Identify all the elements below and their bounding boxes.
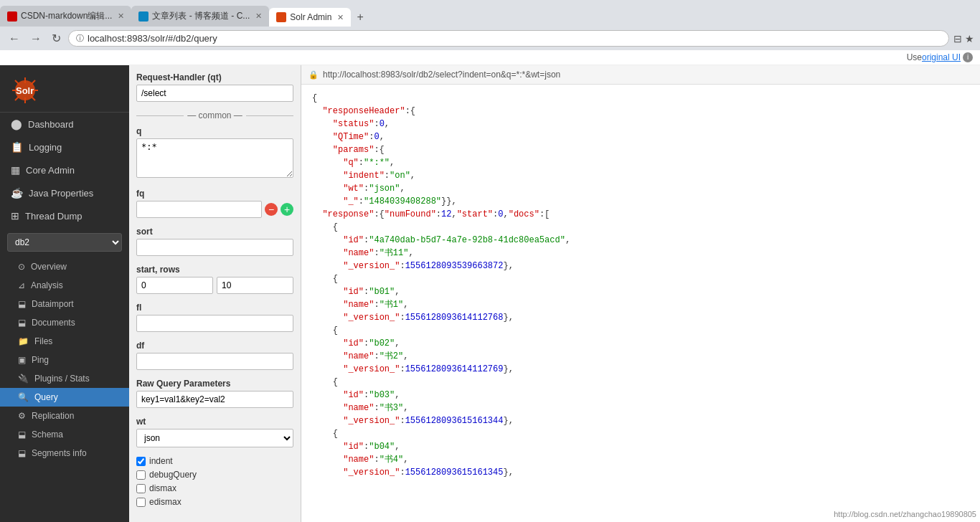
dismax-checkbox[interactable] bbox=[136, 484, 146, 493]
fq-input[interactable] bbox=[136, 201, 262, 218]
solr-logo-svg: Solr bbox=[11, 76, 39, 105]
fl-input[interactable] bbox=[136, 315, 293, 332]
debug-query-checkbox[interactable] bbox=[136, 470, 146, 480]
wt-select[interactable]: json xml csv python ruby php bbox=[136, 429, 293, 447]
q-label: q bbox=[136, 126, 293, 136]
bookmark-button[interactable]: ★ bbox=[965, 33, 974, 44]
query-form-panel: Request-Handler (qt) — common — q *:* fq… bbox=[129, 65, 301, 522]
sidebar-item-dashboard[interactable]: ⬤ Dashboard bbox=[0, 113, 129, 136]
sort-label: sort bbox=[136, 227, 293, 237]
forward-button[interactable]: → bbox=[27, 31, 44, 47]
sort-input[interactable] bbox=[136, 239, 293, 256]
divider-right bbox=[246, 115, 293, 116]
common-section-divider: — common — bbox=[136, 110, 293, 120]
svg-line-7 bbox=[31, 80, 35, 85]
start-rows-inputs bbox=[136, 277, 293, 294]
edismax-checkbox[interactable] bbox=[136, 498, 146, 507]
rows-input[interactable] bbox=[217, 277, 293, 294]
handler-group: Request-Handler (qt) bbox=[136, 72, 293, 102]
sidebar-item-segments-info[interactable]: ⬓ Segments info bbox=[0, 444, 129, 462]
sidebar-item-analysis[interactable]: ⊿ Analysis bbox=[0, 276, 129, 295]
sidebar-label-plugins-stats: Plugins / Stats bbox=[34, 374, 90, 384]
sidebar-item-documents[interactable]: ⬓ Documents bbox=[0, 313, 129, 332]
tab-solr-close[interactable]: ✕ bbox=[337, 13, 344, 22]
df-group: df bbox=[136, 341, 293, 370]
top-bar: Use original UI i bbox=[0, 50, 980, 65]
sidebar-item-plugins-stats[interactable]: 🔌 Plugins / Stats bbox=[0, 369, 129, 388]
df-input[interactable] bbox=[136, 353, 293, 370]
ping-icon: ▣ bbox=[18, 355, 26, 365]
files-icon: 📁 bbox=[18, 336, 29, 346]
fq-add-button[interactable]: + bbox=[281, 203, 293, 216]
sidebar-item-schema[interactable]: ⬓ Schema bbox=[0, 425, 129, 444]
sidebar-label-logging: Logging bbox=[29, 142, 62, 153]
tab-solr[interactable]: Solr Admin ✕ bbox=[269, 8, 351, 27]
sidebar-item-java-properties[interactable]: ☕ Java Properties bbox=[0, 181, 129, 204]
wt-label: wt bbox=[136, 417, 293, 427]
back-button[interactable]: ← bbox=[6, 31, 23, 47]
fq-group: fq − + bbox=[136, 189, 293, 218]
sidebar-item-query[interactable]: 🔍 Query bbox=[0, 388, 129, 407]
refresh-button[interactable]: ↻ bbox=[49, 30, 64, 47]
indent-checkbox[interactable] bbox=[136, 457, 146, 466]
start-input[interactable] bbox=[136, 277, 213, 294]
q-input[interactable]: *:* bbox=[136, 138, 293, 178]
sidebar-label-documents: Documents bbox=[32, 318, 75, 328]
sidebar-label-java-properties: Java Properties bbox=[29, 188, 93, 199]
solr-favicon bbox=[276, 12, 286, 22]
fq-row: − + bbox=[136, 201, 293, 218]
sidebar-item-dataimport[interactable]: ⬓ Dataimport bbox=[0, 295, 129, 313]
sidebar-logo: Solr bbox=[0, 65, 129, 113]
analysis-icon: ⊿ bbox=[18, 280, 25, 290]
start-rows-label: start, rows bbox=[136, 265, 293, 275]
url-box[interactable]: ⓘ localhost:8983/solr/#/db2/query bbox=[68, 30, 949, 47]
info-icon[interactable]: i bbox=[963, 52, 973, 62]
new-tab-button[interactable]: + bbox=[351, 8, 369, 27]
tab-csdn-close[interactable]: ✕ bbox=[118, 11, 124, 21]
original-ui-link[interactable]: original UI bbox=[922, 52, 961, 62]
sidebar-item-overview[interactable]: ⊙ Overview bbox=[0, 257, 129, 276]
dismax-label: dismax bbox=[149, 483, 176, 493]
sidebar-item-ping[interactable]: ▣ Ping bbox=[0, 351, 129, 369]
tab-blog-close[interactable]: ✕ bbox=[255, 11, 262, 21]
svg-line-6 bbox=[31, 96, 35, 100]
sidebar-label-analysis: Analysis bbox=[31, 280, 63, 290]
wt-group: wt json xml csv python ruby php bbox=[136, 417, 293, 447]
app-body: Solr ⬤ Dashboard 📋 Logging ▦ Core Admin … bbox=[0, 65, 980, 522]
sidebar-item-replication[interactable]: ⚙ Replication bbox=[0, 407, 129, 425]
sidebar-item-core-admin[interactable]: ▦ Core Admin bbox=[0, 158, 129, 181]
raw-query-group: Raw Query Parameters bbox=[136, 379, 293, 408]
sidebar-label-query: Query bbox=[34, 392, 58, 402]
fl-label: fl bbox=[136, 303, 293, 313]
thread-dump-icon: ⊞ bbox=[11, 210, 19, 222]
url-lock-icon: ⓘ bbox=[76, 33, 84, 44]
core-sub-items: ⊙ Overview ⊿ Analysis ⬓ Dataimport ⬓ Doc… bbox=[0, 257, 129, 462]
debug-query-label: debugQuery bbox=[149, 470, 197, 480]
sidebar-item-logging[interactable]: 📋 Logging bbox=[0, 136, 129, 158]
sidebar-label-thread-dump: Thread Dump bbox=[25, 211, 82, 222]
plugins-icon: 🔌 bbox=[18, 374, 29, 384]
fl-group: fl bbox=[136, 303, 293, 332]
svg-line-8 bbox=[15, 96, 19, 100]
sidebar-label-replication: Replication bbox=[32, 411, 74, 421]
sidebar-label-dataimport: Dataimport bbox=[32, 299, 74, 309]
schema-icon: ⬓ bbox=[18, 430, 26, 440]
segments-icon: ⬓ bbox=[18, 448, 26, 458]
result-panel: 🔒 http://localhost:8983/solr/db2/select?… bbox=[301, 65, 980, 522]
sidebar-item-files[interactable]: 📁 Files bbox=[0, 332, 129, 351]
cast-button[interactable]: ⊟ bbox=[953, 33, 962, 44]
tab-csdn[interactable]: CSDN-markdown编辑... ✕ bbox=[0, 6, 131, 27]
edismax-row: edismax bbox=[136, 497, 293, 507]
fq-remove-button[interactable]: − bbox=[265, 203, 278, 216]
sidebar-item-thread-dump[interactable]: ⊞ Thread Dump bbox=[0, 204, 129, 227]
debug-query-row: debugQuery bbox=[136, 470, 293, 480]
q-group: q *:* bbox=[136, 126, 293, 180]
raw-query-input[interactable] bbox=[136, 391, 293, 408]
handler-input[interactable] bbox=[136, 85, 293, 102]
core-select[interactable]: db2 bbox=[7, 233, 122, 252]
documents-icon: ⬓ bbox=[18, 318, 26, 328]
common-label: — common — bbox=[187, 110, 242, 120]
dismax-row: dismax bbox=[136, 483, 293, 493]
logging-icon: 📋 bbox=[11, 141, 23, 153]
tab-blog[interactable]: 文章列表 - 博客频道 - C... ✕ bbox=[131, 6, 269, 27]
